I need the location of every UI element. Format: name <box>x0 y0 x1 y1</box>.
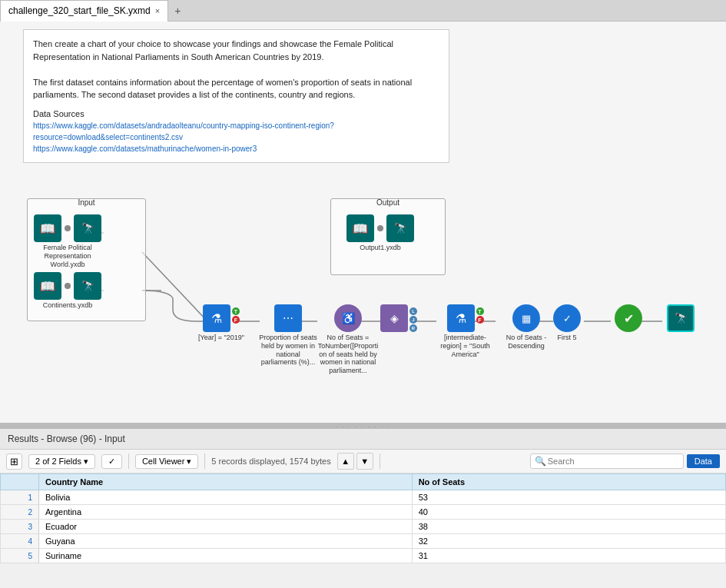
nav-down-button[interactable]: ▼ <box>356 453 373 470</box>
tab-close-button[interactable]: × <box>155 6 160 15</box>
cell-record: 2 <box>1 505 39 520</box>
conn-false-2: F <box>476 316 484 324</box>
final-browse-icon: 🔭 <box>667 304 695 332</box>
filter-label-1: [Year] = "2019" <box>198 334 244 342</box>
output-group-box: Output 📖 🔭 Output1.yxdb <box>330 198 446 275</box>
new-tab-button[interactable]: + <box>168 2 187 20</box>
sort-node[interactable]: ▦ No of Seats - Descending <box>496 304 557 350</box>
col-country-name: Country Name <box>39 474 413 490</box>
tab-bar: challenge_320_start_file_SK.yxmd × + <box>0 0 726 22</box>
description-p2: The first dataset contains information a… <box>33 76 439 101</box>
table-row: 4 Guyana 32 <box>1 534 726 549</box>
browse-label-2: Continents.yxdb <box>43 301 93 310</box>
cell-seats: 31 <box>412 549 725 563</box>
input-group-label: Input <box>78 198 94 207</box>
output-browse-icon: 📖 <box>346 214 374 242</box>
main-tab[interactable]: challenge_320_start_file_SK.yxmd × <box>0 0 168 22</box>
filter-icon-1: ⚗ <box>203 304 230 332</box>
cell-record: 4 <box>1 534 39 549</box>
cell-record: 1 <box>1 490 39 505</box>
cell-record: 5 <box>1 549 39 563</box>
data-button[interactable]: Data <box>687 454 720 468</box>
records-info: 5 records displayed, 1574 bytes <box>211 457 330 466</box>
browse-icon-2: 📖 <box>34 272 61 300</box>
select-label: Proportion of seats held by women in nat… <box>257 334 319 367</box>
table-row: 2 Argentina 40 <box>1 505 726 520</box>
nav-buttons: ▲ ▼ <box>337 453 373 470</box>
sample-node[interactable]: ✓ First 5 <box>553 304 581 342</box>
sort-label: No of Seats - Descending <box>496 334 557 350</box>
nav-up-button[interactable]: ▲ <box>337 453 354 470</box>
data-source-url1[interactable]: https://www.kaggle.com/datasets/andradao… <box>33 120 439 143</box>
cell-viewer-button[interactable]: Cell Viewer ▾ <box>135 454 198 469</box>
fields-dropdown-arrow: ▾ <box>84 457 88 467</box>
browse-node-1[interactable]: 📖 🔭 Female Political Representation Worl… <box>34 214 101 268</box>
search-wrapper: 🔍 <box>530 453 684 469</box>
filter-node-1[interactable]: ⚗ T F [Year] = "2019" <box>198 304 244 342</box>
results-table: Country Name No of Seats 1 Bolivia 53 2 … <box>0 473 726 563</box>
browse-icon-1: 📖 <box>34 214 61 242</box>
cell-country: Argentina <box>39 505 413 520</box>
col-no-of-seats: No of Seats <box>412 474 725 490</box>
table-row: 3 Ecuador 38 <box>1 520 726 534</box>
formula-node-1[interactable]: ♿ No of Seats = ToNumber([Proportion of … <box>317 304 379 375</box>
fields-dropdown-button[interactable]: 2 of 2 Fields ▾ <box>28 454 95 469</box>
tab-label: challenge_320_start_file_SK.yxmd <box>8 5 151 16</box>
data-source-url2[interactable]: https://www.kaggle.com/datasets/mathurin… <box>33 143 439 154</box>
join-icon: ◈ <box>380 304 408 332</box>
results-header: Results - Browse (96) - Input <box>0 429 726 450</box>
results-toolbar: ⊞ 2 of 2 Fields ▾ ✓ Cell Viewer ▾ 5 reco… <box>0 450 726 473</box>
filter-node-2[interactable]: ⚗ T F [intermediate-region] = "South Ame… <box>436 304 494 358</box>
final-browse-node[interactable]: 🔭 <box>667 304 695 332</box>
browse-icon-1b: 🔭 <box>74 214 101 242</box>
table-row: 1 Bolivia 53 <box>1 490 726 505</box>
search-input[interactable] <box>530 453 684 469</box>
search-icon: 🔍 <box>535 456 546 467</box>
separator-1 <box>128 453 129 469</box>
cell-country: Suriname <box>39 549 413 563</box>
fields-label: 2 of 2 Fields <box>35 457 81 466</box>
cell-record: 3 <box>1 520 39 534</box>
cell-country: Guyana <box>39 534 413 549</box>
results-title: Results - Browse (96) - Input <box>8 434 125 444</box>
description-p1: Then create a chart of your choice to sh… <box>33 38 439 63</box>
cell-country: Bolivia <box>39 490 413 505</box>
conn-false-1: F <box>232 316 240 324</box>
output-browse-node[interactable]: 📖 🔭 Output1.yxdb <box>346 214 414 252</box>
sample-label: First 5 <box>557 334 576 342</box>
cell-seats: 53 <box>412 490 725 505</box>
table-header-row: Country Name No of Seats <box>1 474 726 490</box>
output-group-label: Output <box>376 198 399 207</box>
join-node[interactable]: ◈ L J R <box>380 304 417 332</box>
cell-viewer-arrow: ▾ <box>187 457 191 467</box>
filter-icon-2: ⚗ <box>447 304 475 332</box>
formula-label: No of Seats = ToNumber([Proportion of se… <box>317 334 379 375</box>
profile-button[interactable]: ⊞ <box>6 453 22 470</box>
data-sources: Data Sources https://www.kaggle.com/data… <box>33 108 439 155</box>
data-sources-label: Data Sources <box>33 108 439 121</box>
conn-true-1: T <box>232 307 240 315</box>
canvas-area: Then create a chart of your choice to sh… <box>0 22 726 429</box>
description-box: Then create a chart of your choice to sh… <box>23 29 449 163</box>
conn-true-2: T <box>476 307 484 315</box>
separator-3 <box>380 453 380 469</box>
output-browse-label: Output1.yxdb <box>360 244 401 252</box>
results-panel: · · · · · · · · · Results - Browse (96) … <box>0 423 726 588</box>
cell-seats: 38 <box>412 520 725 534</box>
select-icon: ⋯ <box>274 304 302 332</box>
browse-label-1: Female Political Representation World.yx… <box>37 244 98 268</box>
table-body: 1 Bolivia 53 2 Argentina 40 3 Ecuador 38… <box>1 490 726 563</box>
table-row: 5 Suriname 31 <box>1 549 726 563</box>
sample-icon: ✓ <box>553 304 581 332</box>
fields-check-button[interactable]: ✓ <box>101 454 122 469</box>
check-node[interactable]: ✔ <box>615 304 642 332</box>
browse-node-2[interactable]: 📖 🔭 Continents.yxdb <box>34 272 101 310</box>
cell-seats: 40 <box>412 505 725 520</box>
cell-seats: 32 <box>412 534 725 549</box>
conn-join: J <box>409 316 417 324</box>
cell-country: Ecuador <box>39 520 413 534</box>
workflow-area: Input 📖 🔭 Female Political Representatio… <box>0 191 726 429</box>
formula-icon: ♿ <box>334 304 362 332</box>
search-area: 🔍 Data <box>530 453 720 469</box>
select-node-1[interactable]: ⋯ Proportion of seats held by women in n… <box>257 304 319 367</box>
